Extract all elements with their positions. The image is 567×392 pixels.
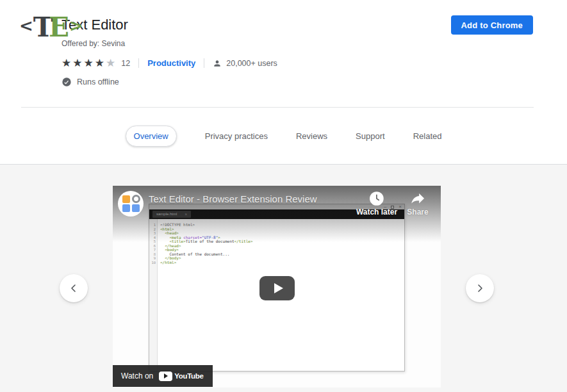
users-count: 20,000+ users	[213, 59, 277, 68]
avatar-shape	[122, 204, 130, 212]
logo-bracket-left: <	[19, 16, 33, 35]
meta-row: ★★★★★ 12 Productivity 20,000+ users	[62, 58, 567, 69]
clock-icon	[368, 190, 385, 207]
avatar-shape	[132, 204, 140, 212]
code-line: </html>	[160, 261, 404, 265]
carousel-next-button[interactable]	[466, 274, 494, 302]
extension-header: <TE> Text Editor Offered by: Sevina ★★★★…	[0, 0, 567, 107]
category-link[interactable]: Productivity	[147, 58, 195, 68]
tab-privacy-practices[interactable]: Privacy practices	[205, 131, 268, 141]
rating-count[interactable]: 12	[121, 59, 130, 68]
share-label: Share	[407, 208, 428, 216]
users-label: 20,000+ users	[226, 59, 277, 68]
share-button[interactable]: Share	[407, 190, 428, 216]
star-rating[interactable]: ★★★★★	[62, 58, 117, 69]
tab-overview[interactable]: Overview	[126, 126, 177, 147]
extension-detail-page: <TE> Text Editor Offered by: Sevina ★★★★…	[0, 0, 567, 392]
logo-letter-t: T	[33, 12, 49, 43]
line-number: 10	[149, 261, 156, 265]
youtube-player[interactable]: – × sample.html × 12345678910 <!DOCTYPE …	[113, 186, 441, 388]
watch-on-label: Watch on	[121, 372, 153, 380]
watch-on-youtube-button[interactable]: Watch on YouTube	[113, 365, 213, 387]
media-carousel: – × sample.html × 12345678910 <!DOCTYPE …	[0, 165, 567, 392]
offered-by: Offered by: Sevina	[62, 39, 567, 48]
logo-letter-e: E	[49, 12, 69, 43]
share-arrow-icon	[409, 190, 427, 207]
check-circle-icon	[62, 77, 72, 87]
tab-reviews[interactable]: Reviews	[296, 131, 327, 141]
avatar-shape	[122, 195, 130, 203]
person-icon	[213, 59, 222, 68]
divider	[204, 58, 204, 68]
play-button[interactable]	[259, 276, 295, 300]
divider	[138, 58, 139, 68]
star-icon: ★	[72, 57, 83, 69]
watch-later-label: Watch later	[356, 208, 397, 216]
carousel-prev-button[interactable]	[60, 274, 88, 302]
tab-support[interactable]: Support	[356, 131, 385, 141]
watch-later-button[interactable]: Watch later	[356, 190, 397, 216]
video-title[interactable]: Text Editor - Browser Extension Review	[149, 193, 317, 204]
youtube-play-icon	[164, 373, 168, 379]
add-to-chrome-button[interactable]: Add to Chrome	[451, 15, 533, 35]
runs-offline-label: Runs offline	[77, 78, 119, 86]
tab-related[interactable]: Related	[413, 131, 442, 141]
star-icon: ★	[95, 57, 106, 69]
tabs: OverviewPrivacy practicesReviewsSupportR…	[0, 108, 567, 165]
youtube-logo-icon	[159, 372, 172, 381]
chevron-right-icon	[475, 283, 485, 293]
star-icon: ★	[84, 57, 95, 69]
runs-offline-badge: Runs offline	[62, 77, 567, 87]
chevron-left-icon	[69, 283, 79, 293]
play-icon	[274, 283, 283, 293]
star-icon: ★	[106, 57, 117, 69]
youtube-wordmark: YouTube	[174, 372, 203, 380]
logo-bracket-right: >	[69, 16, 83, 35]
avatar-shape	[132, 195, 140, 203]
channel-avatar[interactable]	[118, 191, 144, 216]
star-icon: ★	[62, 57, 72, 69]
extension-logo: <TE>	[19, 12, 83, 43]
